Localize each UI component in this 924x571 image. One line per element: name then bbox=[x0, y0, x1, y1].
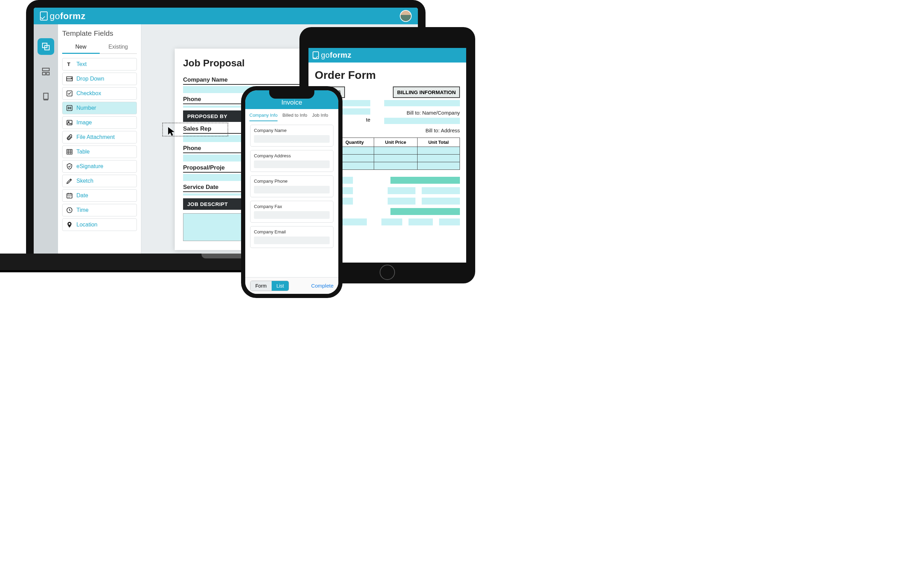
number-icon bbox=[66, 105, 73, 111]
logo-text: goformz bbox=[321, 51, 352, 60]
signature-icon bbox=[66, 163, 73, 170]
tablet-header: goformz bbox=[309, 48, 466, 63]
tablet-home-button[interactable] bbox=[379, 265, 395, 280]
field-company-name[interactable]: Company Name bbox=[250, 125, 333, 147]
field-list: T Text Drop Down Checkbox bbox=[62, 58, 137, 231]
svg-point-16 bbox=[69, 223, 70, 224]
field-dropdown[interactable]: Drop Down bbox=[62, 73, 137, 85]
text-icon: T bbox=[66, 61, 73, 68]
phone-title: Invoice bbox=[281, 99, 302, 106]
doc-title: Job Proposal bbox=[183, 58, 312, 69]
field-company-address[interactable]: Company Address bbox=[250, 150, 333, 172]
bar bbox=[390, 177, 460, 184]
nav-rail bbox=[34, 24, 58, 253]
phone-screen: Invoice Company Info Billed to Info Job … bbox=[245, 90, 338, 294]
svg-rect-8 bbox=[67, 79, 73, 81]
user-avatar[interactable] bbox=[400, 10, 412, 22]
field-image[interactable]: Image bbox=[62, 116, 137, 129]
bar bbox=[388, 187, 415, 194]
th-unit-price: Unit Price bbox=[374, 138, 417, 147]
field-company-fax[interactable]: Company Fax bbox=[250, 201, 333, 223]
th-unit-total: Unit Total bbox=[417, 138, 460, 147]
svg-rect-10 bbox=[67, 106, 72, 111]
table-icon bbox=[66, 148, 73, 155]
attachment-icon bbox=[66, 134, 73, 140]
tab-job-info[interactable]: Job Info bbox=[312, 113, 328, 121]
location-icon bbox=[66, 221, 73, 228]
svg-rect-4 bbox=[46, 72, 49, 75]
tab-new[interactable]: New bbox=[62, 41, 100, 54]
svg-rect-11 bbox=[67, 120, 72, 125]
logo-text: goformz bbox=[50, 11, 85, 22]
complete-button[interactable]: Complete bbox=[311, 283, 333, 289]
panel-title: Template Fields bbox=[62, 29, 137, 37]
brand-logo: goformz bbox=[40, 11, 85, 22]
bar bbox=[381, 218, 402, 225]
field-date[interactable]: Date bbox=[62, 189, 137, 202]
field-company-phone[interactable]: Company Phone bbox=[250, 175, 333, 197]
phone-tabs: Company Info Billed to Info Job Info bbox=[245, 109, 338, 121]
tab-billed-info[interactable]: Billed to Info bbox=[282, 113, 307, 121]
field-table[interactable]: Table bbox=[62, 145, 137, 158]
dropdown-icon bbox=[66, 76, 73, 82]
bar bbox=[422, 198, 460, 205]
date-icon bbox=[66, 192, 73, 199]
bar bbox=[390, 208, 460, 215]
billing-line[interactable] bbox=[384, 100, 460, 106]
field-time[interactable]: Time bbox=[62, 204, 137, 216]
time-icon bbox=[66, 207, 73, 214]
svg-rect-13 bbox=[67, 149, 72, 154]
svg-rect-3 bbox=[42, 72, 46, 75]
bar bbox=[439, 218, 460, 225]
checkbox-icon bbox=[66, 90, 73, 97]
app-header: goformz bbox=[34, 8, 418, 24]
template-fields-panel: Template Fields New Existing T Text Drop… bbox=[58, 24, 141, 253]
bar bbox=[388, 198, 415, 205]
field-sketch[interactable]: Sketch bbox=[62, 175, 137, 187]
logo-icon bbox=[313, 51, 319, 59]
tablet-logo: goformz bbox=[313, 51, 352, 60]
field-checkbox[interactable]: Checkbox bbox=[62, 87, 137, 100]
sketch-icon bbox=[66, 177, 73, 184]
billto-name-label: Bill to: Name/Company bbox=[384, 110, 460, 116]
tab-existing[interactable]: Existing bbox=[100, 41, 137, 54]
rail-layout-icon[interactable] bbox=[37, 63, 54, 80]
order-form-title: Order Form bbox=[315, 69, 460, 82]
bar bbox=[409, 218, 433, 225]
rail-pages-icon[interactable] bbox=[37, 88, 54, 105]
doc-label-company: Company Name bbox=[183, 76, 312, 85]
field-esignature[interactable]: eSignature bbox=[62, 160, 137, 173]
image-icon bbox=[66, 119, 73, 126]
billing-line[interactable] bbox=[384, 118, 460, 124]
field-text[interactable]: T Text bbox=[62, 58, 137, 71]
field-attachment[interactable]: File Attachment bbox=[62, 131, 137, 144]
section-billing: BILLING INFORMATION bbox=[393, 86, 460, 98]
phone-device: Invoice Company Info Billed to Info Job … bbox=[241, 86, 342, 298]
seg-list[interactable]: List bbox=[271, 281, 289, 291]
field-location[interactable]: Location bbox=[62, 218, 137, 231]
phone-notch bbox=[269, 90, 315, 99]
svg-text:T: T bbox=[67, 61, 70, 67]
phone-form: Company Name Company Address Company Pho… bbox=[245, 121, 338, 277]
panel-tabs: New Existing bbox=[62, 41, 137, 54]
logo-icon bbox=[40, 11, 48, 20]
svg-rect-2 bbox=[42, 68, 49, 71]
seg-form[interactable]: Form bbox=[250, 281, 271, 291]
view-segmented-control: Form List bbox=[250, 281, 289, 291]
bar bbox=[422, 187, 460, 194]
svg-rect-5 bbox=[44, 93, 48, 99]
tab-company-info[interactable]: Company Info bbox=[250, 113, 278, 121]
field-number[interactable]: Number bbox=[62, 102, 137, 114]
rail-template-icon[interactable] bbox=[37, 38, 54, 55]
phone-footer: Form List Complete bbox=[245, 277, 338, 294]
field-company-email[interactable]: Company Email bbox=[250, 226, 333, 248]
billto-address-label: Bill to: Address bbox=[384, 128, 460, 133]
